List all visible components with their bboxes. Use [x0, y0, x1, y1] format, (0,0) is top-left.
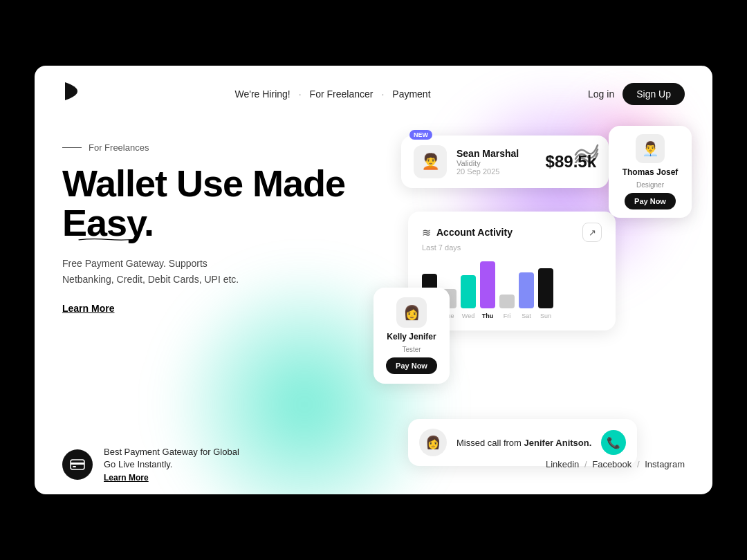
hero-description: Free Payment Gateway. Supports Netbankin…	[62, 256, 256, 287]
footer-social-links: Linkedin / Facebook / Instagram	[546, 459, 685, 469]
nav-dot-1: ·	[299, 88, 302, 100]
hero-title: Wallet Use Made Easy.	[62, 164, 394, 242]
bar-sun-fill	[538, 268, 553, 308]
login-button[interactable]: Log in	[588, 88, 614, 100]
page-wrapper: We're Hiring! · For Freelancer · Payment…	[35, 66, 712, 494]
hero-section: For Freelances Wallet Use Made Easy. Fre…	[35, 122, 712, 315]
svg-rect-1	[71, 463, 84, 465]
bar-thu	[480, 261, 495, 308]
footer-title: Best Payment Gateway for Global Go Live …	[104, 446, 239, 471]
section-label: For Freelances	[62, 142, 394, 153]
card-sean-marshal: NEW 🧑‍🦱 Sean Marshal Validity 20 Sep 202…	[401, 136, 609, 188]
footer-text-block: Best Payment Gateway for Global Go Live …	[104, 446, 239, 483]
chart-label-fri: Fri	[499, 312, 515, 319]
sean-info: Sean Marshal Validity 20 Sep 2025	[456, 148, 519, 176]
new-badge: NEW	[409, 130, 432, 140]
bar-sun	[538, 268, 553, 308]
social-divider-2: /	[637, 459, 640, 469]
bar-wed	[461, 275, 476, 308]
thomas-name: Thomas Josef	[622, 167, 679, 177]
activity-chevron-icon: ≋	[422, 226, 431, 239]
sean-label: Validity	[456, 159, 519, 167]
kelly-pay-button[interactable]: Pay Now	[386, 357, 437, 374]
kelly-role: Tester	[402, 346, 421, 353]
card-thomas-josef: 👨‍💼 Thomas Josef Designer Pay Now	[609, 126, 692, 218]
activity-header: ≋ Account Activity ↗	[422, 223, 602, 242]
social-divider-1: /	[584, 459, 587, 469]
activity-arrow-button[interactable]: ↗	[582, 223, 602, 242]
hero-title-line2: Easy.	[62, 203, 154, 243]
nav-hiring[interactable]: We're Hiring!	[232, 87, 293, 101]
activity-title-wrap: ≋ Account Activity	[422, 226, 513, 239]
wave-icon	[574, 144, 599, 166]
navbar: We're Hiring! · For Freelancer · Payment…	[35, 66, 712, 122]
chart-label-sat: Sat	[519, 312, 534, 319]
nav-actions: Log in Sign Up	[588, 83, 685, 105]
bar-fri-fill	[499, 295, 515, 308]
sean-avatar: 🧑‍🦱	[414, 145, 447, 178]
facebook-link[interactable]: Facebook	[592, 459, 631, 469]
logo	[62, 81, 77, 106]
section-label-line	[62, 147, 82, 149]
bar-fri	[499, 295, 515, 308]
footer: Best Payment Gateway for Global Go Live …	[35, 435, 712, 494]
kelly-name: Kelly Jenifer	[387, 332, 436, 342]
instagram-link[interactable]: Instagram	[645, 459, 685, 469]
signup-button[interactable]: Sign Up	[622, 83, 685, 105]
kelly-avatar: 👩	[396, 297, 427, 328]
activity-title: Account Activity	[436, 227, 513, 238]
nav-links: We're Hiring! · For Freelancer · Payment	[232, 87, 433, 101]
nav-dot-2: ·	[381, 88, 384, 100]
sean-date: 20 Sep 2025	[456, 167, 519, 176]
nav-freelancer[interactable]: For Freelancer	[307, 87, 376, 101]
thomas-pay-button[interactable]: Pay Now	[625, 193, 676, 209]
activity-subtitle: Last 7 days	[422, 243, 602, 252]
bar-sat	[519, 272, 534, 308]
chart-label-sun: Sun	[538, 312, 553, 319]
bar-sat-fill	[519, 272, 534, 308]
hero-right: NEW 🧑‍🦱 Sean Marshal Validity 20 Sep 202…	[394, 136, 685, 315]
thomas-role: Designer	[636, 181, 664, 189]
sean-name: Sean Marshal	[456, 148, 519, 159]
hero-left: For Freelances Wallet Use Made Easy. Fre…	[62, 136, 394, 315]
bar-wed-fill	[461, 275, 476, 308]
card-kelly-jenifer: 👩 Kelly Jenifer Tester Pay Now	[374, 288, 450, 384]
chart-label-thu: Thu	[480, 312, 495, 319]
hero-title-line1: Wallet Use Made	[62, 162, 345, 204]
chart-label-wed: Wed	[461, 312, 476, 319]
footer-title-line1: Best Payment Gateway for Global	[104, 447, 239, 457]
section-label-text: For Freelances	[89, 142, 149, 153]
linkedin-link[interactable]: Linkedin	[546, 459, 579, 469]
thomas-avatar: 👨‍💼	[636, 134, 665, 163]
svg-rect-2	[73, 466, 76, 467]
hero-learn-more-link[interactable]: Learn More	[62, 303, 114, 314]
footer-left: Best Payment Gateway for Global Go Live …	[62, 446, 239, 483]
footer-learn-more-link[interactable]: Learn More	[104, 473, 149, 483]
footer-payment-icon	[62, 449, 93, 480]
bar-thu-fill	[480, 261, 495, 308]
nav-payment[interactable]: Payment	[389, 87, 433, 101]
footer-title-line2: Go Live Instantly.	[104, 459, 172, 469]
